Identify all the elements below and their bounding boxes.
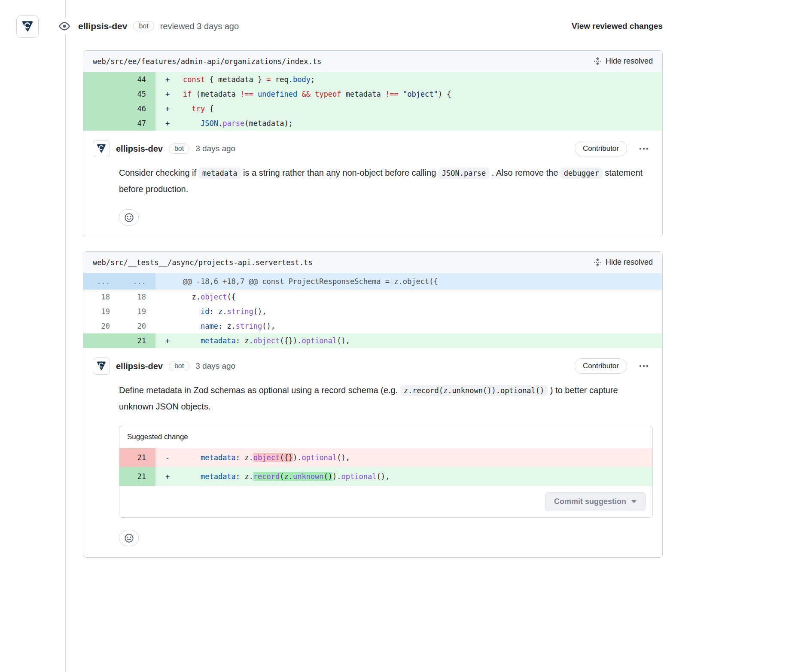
inline-code: z.record(z.unknown()).optional() <box>400 385 548 396</box>
kebab-icon <box>639 144 649 153</box>
ellipsis-logo-icon <box>96 360 107 372</box>
code-line: z.object({ <box>180 290 662 304</box>
line-number-new[interactable]: ... <box>119 273 155 290</box>
inline-code: JSON.parse <box>439 168 489 179</box>
file-header: web/src/ee/features/admin-api/organizati… <box>83 51 662 72</box>
line-number-old[interactable] <box>83 116 119 131</box>
view-reviewed-changes-link[interactable]: View reviewed changes <box>572 21 663 31</box>
comment-body: Consider checking if metadata is a strin… <box>119 165 651 197</box>
line-number-new[interactable]: 18 <box>119 290 155 304</box>
suggested-change-title: Suggested change <box>119 426 652 448</box>
ellipsis-logo-icon <box>96 143 107 154</box>
suggestion-footer: Commit suggestion <box>119 486 652 517</box>
line-number-old[interactable] <box>83 333 119 348</box>
reviewer-avatar[interactable] <box>16 15 39 38</box>
comment-author[interactable]: ellipsis-dev <box>116 361 163 371</box>
code-line: const { metadata } = req.body; <box>180 72 662 87</box>
line-number-new[interactable]: 44 <box>119 72 155 87</box>
comment-avatar[interactable] <box>93 357 110 375</box>
code-line: JSON.parse(metadata); <box>180 116 662 131</box>
review-comment: ellipsis-dev bot 3 days ago Contributor … <box>83 348 662 557</box>
diff-row-ctx: 2020 name: z.string(), <box>83 319 662 333</box>
line-number-old[interactable] <box>83 72 119 87</box>
diff-row-add: 21+ metadata: z.record(z.unknown()).opti… <box>119 467 652 486</box>
inline-code: debugger <box>560 168 603 179</box>
file-path[interactable]: web/src/ee/features/admin-api/organizati… <box>93 57 321 66</box>
line-number-old[interactable] <box>83 87 119 101</box>
diff-sign <box>155 290 180 304</box>
line-number-new[interactable]: 20 <box>119 319 155 333</box>
commit-suggestion-label: Commit suggestion <box>554 497 626 506</box>
diff-block: 44+const { metadata } = req.body;45+if (… <box>83 72 662 131</box>
diff-sign: + <box>155 87 180 101</box>
line-number-new[interactable]: 47 <box>119 116 155 131</box>
diff-row-hunk: ......@@ -18,6 +18,7 @@ const ProjectRes… <box>83 273 662 290</box>
text-run: . Also remove the <box>489 168 560 177</box>
line-number-old[interactable]: ... <box>83 273 119 290</box>
text-run: Consider checking if <box>119 168 199 177</box>
review-header: ellipsis-dev bot reviewed 3 days ago Vie… <box>57 18 663 34</box>
line-number-old[interactable]: 19 <box>83 304 119 319</box>
timeline-line <box>65 0 66 672</box>
diff-row-add: 47+ JSON.parse(metadata); <box>83 116 662 131</box>
diff-sign: + <box>155 116 180 131</box>
inline-code: metadata <box>199 168 241 179</box>
fold-icon <box>594 258 602 266</box>
line-number-old[interactable] <box>83 101 119 116</box>
code-line: metadata: z.object({}).optional(), <box>180 448 652 467</box>
fold-icon <box>594 57 602 65</box>
code-line: name: z.string(), <box>180 319 662 333</box>
eye-icon <box>57 18 72 34</box>
diff-sign <box>155 273 180 290</box>
comment-header: ellipsis-dev bot 3 days ago Contributor <box>93 357 653 375</box>
comment-avatar[interactable] <box>93 140 110 157</box>
file-path[interactable]: web/src/__tests__/async/projects-api.ser… <box>93 258 313 267</box>
smiley-icon <box>124 533 134 543</box>
add-reaction-button[interactable] <box>119 209 139 226</box>
comment-timestamp[interactable]: 3 days ago <box>195 144 235 153</box>
suggested-change-block: Suggested change 21- metadata: z.object(… <box>119 426 653 518</box>
hide-resolved-button[interactable]: Hide resolved <box>594 57 653 66</box>
text-run: Define metadata in Zod schemas as option… <box>119 385 400 395</box>
diff-row-ctx: 1919 id: z.string(), <box>83 304 662 319</box>
comment-body: Define metadata in Zod schemas as option… <box>119 382 651 415</box>
diff-sign <box>155 319 180 333</box>
line-number-new[interactable]: 19 <box>119 304 155 319</box>
line-number-new[interactable]: 46 <box>119 101 155 116</box>
reviewer-name[interactable]: ellipsis-dev <box>78 21 127 31</box>
code-line: metadata: z.object({}).optional(), <box>180 333 662 348</box>
line-number-new[interactable]: 21 <box>119 333 155 348</box>
contributor-badge: Contributor <box>575 358 627 374</box>
diff-sign: + <box>155 72 180 87</box>
line-number-new[interactable]: 45 <box>119 87 155 101</box>
diff-row-add: 44+const { metadata } = req.body; <box>83 72 662 87</box>
line-number-new[interactable]: 21 <box>119 467 155 486</box>
line-number-old[interactable]: 20 <box>83 319 119 333</box>
code-line: try { <box>180 101 662 116</box>
add-reaction-button[interactable] <box>119 530 139 546</box>
diff-sign: + <box>155 467 180 486</box>
caret-down-icon <box>631 500 637 503</box>
bot-badge: bot <box>133 21 154 31</box>
hide-resolved-label: Hide resolved <box>606 57 653 66</box>
kebab-icon <box>639 361 649 371</box>
line-number-old[interactable]: 18 <box>83 290 119 304</box>
diff-row-add: 46+ try { <box>83 101 662 116</box>
line-number-new[interactable]: 21 <box>119 448 155 467</box>
kebab-menu-button[interactable] <box>635 360 653 373</box>
comment-timestamp[interactable]: 3 days ago <box>195 361 235 371</box>
bot-badge: bot <box>169 144 189 154</box>
diff-row-add: 45+if (metadata !== undefined && typeof … <box>83 87 662 101</box>
diff-row-del: 21- metadata: z.object({}).optional(), <box>119 448 652 467</box>
suggestion-diff: 21- metadata: z.object({}).optional(),21… <box>119 448 652 486</box>
code-line: id: z.string(), <box>180 304 662 319</box>
file-header: web/src/__tests__/async/projects-api.ser… <box>83 252 662 273</box>
comment-author[interactable]: ellipsis-dev <box>116 144 163 154</box>
kebab-menu-button[interactable] <box>635 142 653 155</box>
commit-suggestion-button[interactable]: Commit suggestion <box>545 492 646 511</box>
ellipsis-logo-icon <box>21 20 34 34</box>
diff-block: ......@@ -18,6 +18,7 @@ const ProjectRes… <box>83 273 662 348</box>
hide-resolved-button[interactable]: Hide resolved <box>594 258 653 267</box>
review-action-text: reviewed 3 days ago <box>160 21 239 31</box>
diff-sign <box>155 304 180 319</box>
